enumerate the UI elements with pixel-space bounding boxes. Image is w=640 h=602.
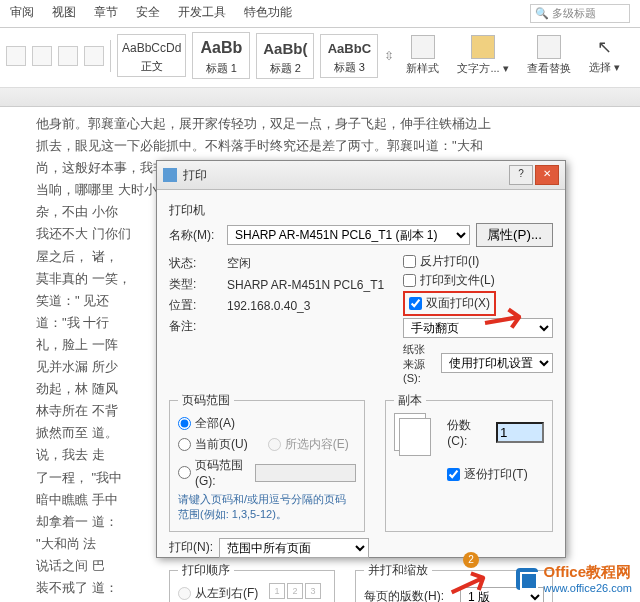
pps-label: 每页的版数(H): (364, 588, 454, 602)
watermark-icon (516, 568, 538, 590)
findrep-button[interactable]: 查看替换 (521, 35, 577, 75)
manual-flip-select[interactable]: 手动翻页 (403, 318, 553, 338)
order-preview: 123456 (269, 583, 321, 602)
tab-special[interactable]: 特色功能 (244, 4, 292, 23)
format-tool-4[interactable] (84, 46, 104, 66)
status-label: 状态: (169, 255, 221, 272)
papersource-select[interactable]: 使用打印机设置 (441, 353, 553, 373)
ribbon-toolbar: AaBbCcDd正文 AaBb标题 1 AaBb(标题 2 AaBbC标题 3 … (0, 28, 640, 88)
print-label: 打印(N): (169, 539, 213, 556)
type-label: 类型: (169, 276, 221, 293)
printer-select[interactable]: SHARP AR-M451N PCL6_T1 (副本 1) (227, 225, 470, 245)
range-legend: 页码范围 (178, 392, 234, 409)
textfx-button[interactable]: 文字方... ▾ (451, 35, 514, 75)
collate-checkbox[interactable]: 逐份打印(T) (447, 466, 544, 483)
style-h2[interactable]: AaBb(标题 2 (256, 33, 314, 79)
search-input[interactable]: 🔍 多级标题 (530, 4, 630, 23)
duplex-checkbox[interactable]: 双面打印(X) (409, 295, 490, 312)
reverse-checkbox[interactable]: 反片打印(I) (403, 253, 553, 270)
print-order-group: 打印顺序 从左到右(F) 从上到下(B) 重复(R) 123456 (169, 562, 335, 602)
copies-legend: 副本 (394, 392, 426, 409)
merge-legend: 并打和缩放 (364, 562, 432, 579)
copies-label: 份数(C): (447, 417, 490, 448)
print-what-select[interactable]: 范围中所有页面 (219, 538, 369, 558)
close-button[interactable]: ✕ (535, 165, 559, 185)
range-all[interactable]: 全部(A) (178, 415, 356, 432)
order-legend: 打印顺序 (178, 562, 234, 579)
order-ltr: 从左到右(F) (178, 585, 259, 602)
copies-group: 副本 份数(C): 逐份打印(T) (385, 392, 553, 532)
page-range-group: 页码范围 全部(A) 当前页(U) 所选内容(E) 页码范围(G): 请键入页码… (169, 392, 365, 532)
ruler[interactable] (0, 88, 640, 107)
range-selection: 所选内容(E) (268, 436, 349, 453)
where-label: 位置: (169, 297, 221, 314)
range-current[interactable]: 当前页(U) (178, 436, 248, 453)
print-dialog: 打印 ? ✕ 打印机 名称(M): SHARP AR-M451N PCL6_T1… (156, 160, 566, 558)
newstyle-button[interactable]: 新样式 (400, 35, 445, 75)
search-icon: 🔍 (535, 7, 549, 19)
printer-section-label: 打印机 (169, 202, 553, 219)
format-tool-1[interactable] (6, 46, 26, 66)
tab-chapter[interactable]: 章节 (94, 4, 118, 23)
tab-review[interactable]: 审阅 (10, 4, 34, 23)
range-pages[interactable]: 页码范围(G): (178, 457, 356, 488)
dialog-titlebar[interactable]: 打印 ? ✕ (157, 161, 565, 190)
style-h3[interactable]: AaBbC标题 3 (320, 34, 378, 78)
type-value: SHARP AR-M451N PCL6_T1 (227, 278, 384, 292)
status-value: 空闲 (227, 255, 251, 272)
watermark-url: www.office26.com (544, 582, 632, 594)
app-icon (163, 168, 177, 182)
papersource-label: 纸张来源(S): (403, 342, 435, 384)
watermark-title: Office教程网 (544, 563, 632, 582)
style-h1[interactable]: AaBb标题 1 (192, 32, 250, 79)
collate-thumb (394, 413, 426, 451)
tab-devtools[interactable]: 开发工具 (178, 4, 226, 23)
tab-view[interactable]: 视图 (52, 4, 76, 23)
comment-label: 备注: (169, 318, 221, 335)
properties-button[interactable]: 属性(P)... (476, 223, 553, 247)
help-button[interactable]: ? (509, 165, 533, 185)
watermark: Office教程网 www.office26.com (516, 563, 632, 594)
style-normal[interactable]: AaBbCcDd正文 (117, 34, 186, 77)
format-tool-3[interactable] (58, 46, 78, 66)
dialog-title: 打印 (183, 167, 207, 184)
copies-input[interactable] (496, 422, 544, 443)
tab-security[interactable]: 安全 (136, 4, 160, 23)
select-button[interactable]: ↖选择 ▾ (583, 36, 626, 74)
tofile-checkbox[interactable]: 打印到文件(L) (403, 272, 553, 289)
where-value: 192.168.0.40_3 (227, 299, 310, 313)
format-tool-2[interactable] (32, 46, 52, 66)
range-hint: 请键入页码和/或用逗号分隔的页码范围(例如: 1,3,5-12)。 (178, 492, 356, 523)
name-label: 名称(M): (169, 227, 221, 244)
ribbon-tabs: 审阅 视图 章节 安全 开发工具 特色功能 🔍 多级标题 (0, 0, 640, 28)
annotation-badge: 2 (463, 552, 479, 568)
